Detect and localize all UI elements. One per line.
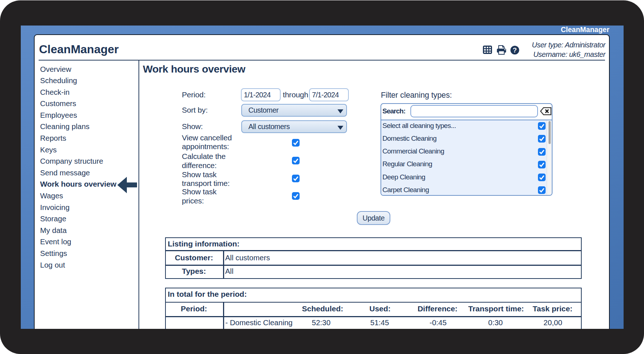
svg-text:?: ? — [513, 46, 517, 54]
